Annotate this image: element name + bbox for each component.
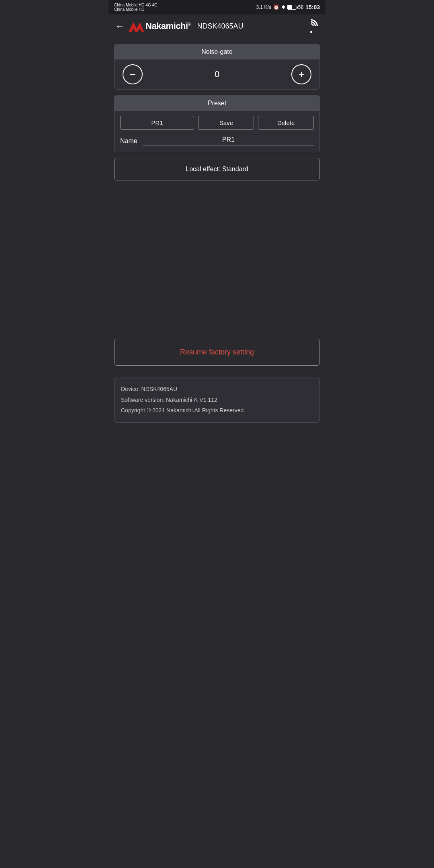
increment-button[interactable]: + [291,64,311,84]
battery-icon [287,5,296,10]
bluetooth-icon: ✱ [281,4,285,10]
nakamichi-logo-icon [129,20,144,32]
carrier-info: China Mobile HD 4G 4G China Mobile HD [114,3,158,12]
noise-gate-title: Noise-gate [115,44,319,59]
footer-software-line: Software version: Nakamichi-K V1.112 [121,395,313,405]
wifi-icon [303,19,319,33]
preset-title: Preset [115,96,319,111]
app-header: ← Nakamichi® NDSK4065AU [108,14,326,38]
status-right: 3.1 K/s ⏰ ✱ 58 15:03 [256,4,320,10]
preset-name-input[interactable]: PR1 [143,136,314,145]
device-id: NDSK4065AU [197,22,243,31]
preset-save-button[interactable]: Save [198,116,254,130]
decrement-button[interactable]: − [123,64,143,84]
name-label: Name [120,137,137,145]
brand-logo: Nakamichi® [129,20,190,32]
footer-copyright-line: Copyright ® 2021 Nakamichi.All Rights Re… [121,405,313,416]
content-spacer [114,186,320,333]
noise-gate-value: 0 [215,69,219,80]
preset-name-value: PR1 [143,136,314,143]
battery-percent: 58 [298,4,303,10]
preset-delete-button[interactable]: Delete [258,116,314,130]
speed-indicator: 3.1 K/s [256,4,271,10]
resume-factory-button[interactable]: Resume factory setting [114,339,320,366]
back-button[interactable]: ← [115,20,125,32]
status-bar: China Mobile HD 4G 4G China Mobile HD 3.… [108,0,326,14]
preset-selector-button[interactable]: PR1 [120,116,194,130]
header-left: ← Nakamichi® NDSK4065AU [115,20,244,32]
local-effect-button[interactable]: Local effect: Standard [114,158,320,180]
noise-gate-controls: − 0 + [115,59,319,89]
alarm-icon: ⏰ [273,4,279,10]
main-content: Noise-gate − 0 + Preset PR1 Save Delete … [108,38,326,434]
svg-marker-0 [129,22,144,32]
noise-gate-section: Noise-gate − 0 + [114,44,320,90]
footer-info: Device: NDSK4065AU Software version: Nak… [114,377,320,423]
brand-name-text: Nakamichi® [145,21,190,31]
carrier-line2: China Mobile HD [114,7,158,12]
preset-name-row: Name PR1 [115,133,319,152]
footer-device-line: Device: NDSK4065AU [121,384,313,395]
brand-mark: ® [188,22,191,27]
preset-row: PR1 Save Delete [115,111,319,133]
time-display: 15:03 [305,4,320,10]
carrier-line1: China Mobile HD 4G 4G [114,3,158,7]
preset-section: Preset PR1 Save Delete Name PR1 [114,95,320,152]
